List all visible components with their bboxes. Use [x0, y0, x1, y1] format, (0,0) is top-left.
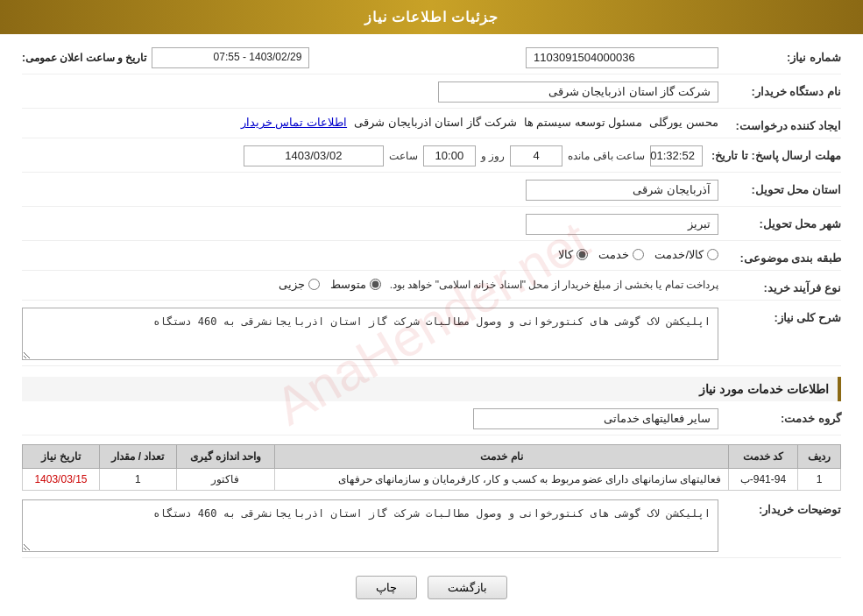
page-header: جزئیات اطلاعات نیاز [0, 0, 863, 34]
cell-unit: فاکتور [176, 469, 275, 491]
print-button[interactable]: چاپ [356, 576, 417, 599]
deadline-time: 10:00 [423, 145, 476, 166]
creator-role: مسئول توسعه سیستم ها [524, 116, 643, 129]
footer-buttons: بازگشت چاپ [22, 576, 841, 599]
deadline-date: 1403/03/02 [244, 145, 384, 166]
col-header-code: کد خدمت [728, 445, 797, 469]
page-wrapper: جزئیات اطلاعات نیاز AnaHender.net شماره … [0, 0, 863, 616]
deadline-time-label: ساعت [389, 150, 418, 162]
col-header-unit: واحد اندازه گیری [176, 445, 275, 469]
cell-date: 1403/03/15 [23, 469, 100, 491]
need-number-label: شماره نیاز: [718, 47, 841, 64]
purchase-label-jozii: جزیی [279, 278, 305, 291]
creator-link[interactable]: اطلاعات تماس خریدار [241, 116, 347, 129]
creator-label: ایجاد کننده درخواست: [718, 116, 841, 132]
category-radio-kala[interactable] [577, 249, 588, 260]
delivery-province-row: استان محل تحویل: آذربایجان شرقی [22, 180, 841, 207]
deadline-label: مهلت ارسال پاسخ: تا تاریخ: [703, 145, 841, 162]
page-title: جزئیات اطلاعات نیاز [364, 10, 499, 25]
purchase-type-row: نوع فرآیند خرید: پرداخت تمام یا بخشی از … [22, 278, 841, 301]
deadline-value-col: 01:32:52 ساعت باقی مانده 4 روز و 10:00 س… [22, 145, 703, 166]
need-desc-textarea[interactable] [22, 308, 718, 360]
creator-company: شرکت گاز استان اذربایجان شرقی [354, 116, 516, 129]
service-group-label: گروه خدمت: [718, 408, 841, 425]
need-desc-label: شرح کلی نیاز: [718, 308, 841, 324]
deadline-days: 4 [510, 145, 562, 166]
category-label: طبقه بندی موضوعی: [718, 248, 841, 265]
announce-label: تاریخ و ساعت اعلان عمومی: [22, 52, 146, 64]
deadline-remain: 01:32:52 [650, 145, 703, 166]
delivery-city-value-col: تبریز [22, 214, 718, 235]
cell-row: 1 [797, 469, 840, 491]
deadline-day-label: روز و [481, 150, 505, 162]
category-radio-group: کالا/خدمت خدمت کالا [558, 248, 718, 261]
purchase-label-motavaset: متوسط [330, 278, 366, 291]
category-row: طبقه بندی موضوعی: کالا/خدمت خدمت کالا [22, 248, 841, 271]
services-table-section: ردیف کد خدمت نام خدمت واحد اندازه گیری ت… [22, 444, 841, 491]
table-row: 1 941-94-ب فعالیتهای سازمانهای دارای عضو… [23, 469, 841, 491]
need-number-row: شماره نیاز: 1103091504000036 1403/02/29 … [22, 47, 841, 74]
col-header-date: تاریخ نیاز [23, 445, 100, 469]
buyer-comments-value-col [22, 499, 718, 552]
deadline-row: مهلت ارسال پاسخ: تا تاریخ: 01:32:52 ساعت… [22, 145, 841, 173]
buyer-comments-row: توضیحات خریدار: [22, 499, 841, 558]
category-option-kala-khedmat[interactable]: کالا/خدمت [654, 248, 718, 261]
cell-code: 941-94-ب [728, 469, 797, 491]
announce-group: 1403/02/29 - 07:55 تاریخ و ساعت اعلان عم… [22, 47, 318, 68]
creator-name: محسن یورگلی [649, 116, 718, 129]
need-number-value: 1103091504000036 [526, 47, 718, 68]
purchase-radio-jozii[interactable] [308, 279, 320, 290]
service-group-value-col: سایر فعالیتهای خدماتی [22, 408, 718, 429]
category-radio-khedmat[interactable] [633, 249, 644, 260]
services-table: ردیف کد خدمت نام خدمت واحد اندازه گیری ت… [22, 444, 841, 491]
purchase-type-inner: پرداخت تمام یا بخشی از مبلغ خریدار از مح… [279, 278, 718, 291]
announce-value: 1403/02/29 - 07:55 [152, 47, 309, 68]
purchase-type-value-col: پرداخت تمام یا بخشی از مبلغ خریدار از مح… [22, 278, 718, 291]
buyer-comments-textarea[interactable] [22, 499, 718, 552]
purchase-option-jozii[interactable]: جزیی [279, 278, 320, 291]
need-number-value-col: 1103091504000036 [318, 47, 718, 68]
service-group-row: گروه خدمت: سایر فعالیتهای خدماتی [22, 408, 841, 435]
table-header-row: ردیف کد خدمت نام خدمت واحد اندازه گیری ت… [23, 445, 841, 469]
delivery-province-label: استان محل تحویل: [718, 180, 841, 196]
col-header-qty: تعداد / مقدار [99, 445, 176, 469]
buyer-org-label: نام دستگاه خریدار: [718, 81, 841, 98]
need-desc-value-col [22, 308, 718, 360]
delivery-city-row: شهر محل تحویل: تبریز [22, 214, 841, 241]
col-header-row: ردیف [797, 445, 840, 469]
table-body: 1 941-94-ب فعالیتهای سازمانهای دارای عضو… [23, 469, 841, 491]
cell-name: فعالیتهای سازمانهای دارای عضو مربوط به ک… [275, 469, 729, 491]
col-header-name: نام خدمت [275, 445, 729, 469]
deadline-remain-label: ساعت باقی مانده [568, 150, 645, 162]
services-section-title: اطلاعات خدمات مورد نیاز [22, 377, 841, 401]
category-value-col: کالا/خدمت خدمت کالا [22, 248, 718, 261]
purchase-type-label: نوع فرآیند خرید: [718, 278, 841, 294]
content-area: AnaHender.net شماره نیاز: 11030915040000… [0, 34, 863, 612]
cell-qty: 1 [99, 469, 176, 491]
purchase-radio-motavaset[interactable] [370, 279, 381, 290]
category-label-khedmat: خدمت [598, 248, 629, 261]
back-button[interactable]: بازگشت [428, 576, 507, 599]
delivery-province-value-col: آذربایجان شرقی [22, 180, 718, 201]
service-group-value: سایر فعالیتهای خدماتی [473, 408, 718, 429]
need-desc-row: شرح کلی نیاز: [22, 308, 841, 366]
delivery-province-value: آذربایجان شرقی [526, 180, 718, 201]
buyer-org-row: نام دستگاه خریدار: شرکت گاز استان اذربای… [22, 81, 841, 109]
purchase-radio-group: متوسط جزیی [279, 278, 381, 291]
buyer-org-value: شرکت گاز استان اذربایجان شرقی [438, 81, 718, 103]
purchase-option-motavaset[interactable]: متوسط [330, 278, 381, 291]
category-option-kala[interactable]: کالا [558, 248, 588, 261]
creator-value-col: محسن یورگلی مسئول توسعه سیستم ها شرکت گا… [22, 116, 718, 129]
category-radio-kala-khedmat[interactable] [707, 249, 718, 260]
category-label-kala-khedmat: کالا/خدمت [654, 248, 704, 261]
purchase-note: پرداخت تمام یا بخشی از مبلغ خریدار از مح… [390, 279, 718, 291]
deadline-time-row: 01:32:52 ساعت باقی مانده 4 روز و 10:00 س… [244, 145, 703, 166]
delivery-city-value: تبریز [526, 214, 718, 235]
category-option-khedmat[interactable]: خدمت [598, 248, 644, 261]
category-label-kala: کالا [558, 248, 573, 261]
buyer-org-value-col: شرکت گاز استان اذربایجان شرقی [22, 81, 718, 103]
delivery-city-label: شهر محل تحویل: [718, 214, 841, 230]
buyer-comments-label: توضیحات خریدار: [718, 499, 841, 516]
creator-row: ایجاد کننده درخواست: محسن یورگلی مسئول ت… [22, 116, 841, 138]
